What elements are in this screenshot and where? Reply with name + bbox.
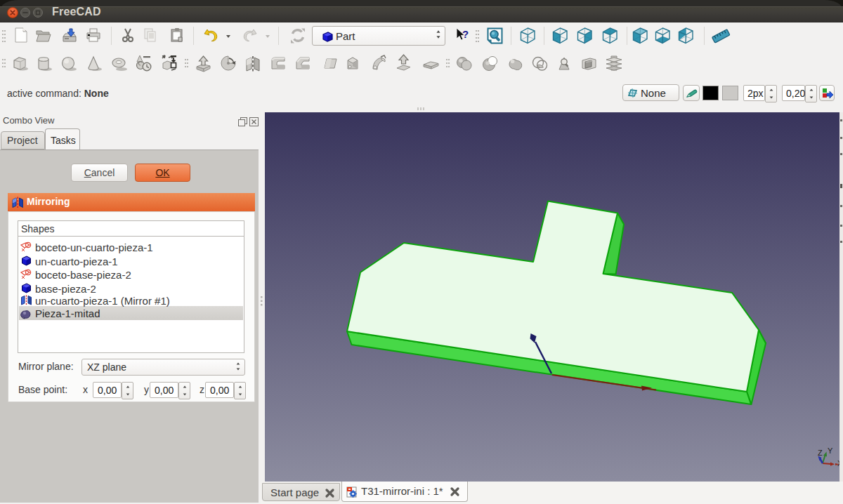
svg-text:?: ?	[462, 28, 469, 40]
svg-text:Z: Z	[818, 449, 823, 457]
svg-text:Y: Y	[828, 446, 833, 455]
